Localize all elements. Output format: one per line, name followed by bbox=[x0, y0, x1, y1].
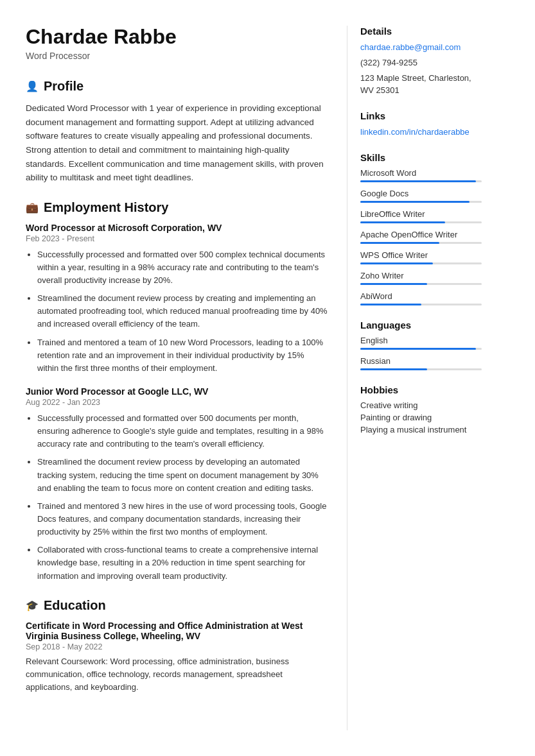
skill-bar-bg bbox=[360, 180, 482, 182]
skill-bar-fill bbox=[360, 262, 433, 264]
linkedin-link[interactable]: linkedin.com/in/chardaerabbe bbox=[360, 127, 469, 137]
job-title: Junior Word Processor at Google LLC, WV bbox=[26, 386, 328, 397]
skill-item: Apache OpenOffice Writer bbox=[360, 230, 482, 244]
email-link[interactable]: chardae.rabbe@gmail.com bbox=[360, 42, 460, 52]
job-entry: Junior Word Processor at Google LLC, WVA… bbox=[26, 386, 328, 583]
details-section: Details chardae.rabbe@gmail.com (322) 79… bbox=[360, 26, 482, 96]
skills-title: Skills bbox=[360, 152, 482, 163]
skill-item: WPS Office Writer bbox=[360, 250, 482, 264]
job-list: Word Processor at Microsoft Corporation,… bbox=[26, 223, 328, 583]
links-section: Links linkedin.com/in/chardaerabbe bbox=[360, 110, 482, 138]
languages-list: EnglishRussian bbox=[360, 336, 482, 370]
skill-name: Zoho Writer bbox=[360, 271, 482, 280]
skill-name: WPS Office Writer bbox=[360, 250, 482, 260]
right-column: Details chardae.rabbe@gmail.com (322) 79… bbox=[347, 26, 501, 730]
skill-item: Microsoft Word bbox=[360, 168, 482, 182]
skill-item: AbiWord bbox=[360, 291, 482, 305]
hobby-item: Painting or drawing bbox=[360, 413, 482, 422]
job-bullet: Successfully processed and formatted ove… bbox=[37, 412, 328, 451]
job-bullet: Trained and mentored a team of 10 new Wo… bbox=[37, 336, 328, 375]
job-bullet: Streamlined the document review process … bbox=[37, 292, 328, 331]
skill-name: Microsoft Word bbox=[360, 168, 482, 178]
job-bullet: Successfully processed and formatted ove… bbox=[37, 248, 328, 287]
employment-header: 💼 Employment History bbox=[26, 200, 328, 215]
language-bar-bg bbox=[360, 368, 482, 370]
job-bullets: Successfully processed and formatted ove… bbox=[26, 412, 328, 583]
employment-section: 💼 Employment History Word Processor at M… bbox=[26, 200, 328, 583]
language-bar-fill bbox=[360, 348, 476, 350]
hobby-item: Creative writing bbox=[360, 400, 482, 410]
edu-title: Certificate in Word Processing and Offic… bbox=[26, 621, 328, 641]
skill-bar-fill bbox=[360, 201, 469, 203]
language-bar-bg bbox=[360, 348, 482, 350]
left-column: Chardae Rabbe Word Processor 👤 Profile D… bbox=[0, 26, 347, 730]
language-bar-fill bbox=[360, 368, 427, 370]
language-name: English bbox=[360, 336, 482, 345]
education-header: 🎓 Education bbox=[26, 598, 328, 613]
skill-bar-bg bbox=[360, 304, 482, 305]
skill-bar-bg bbox=[360, 242, 482, 244]
skill-bar-fill bbox=[360, 221, 445, 223]
profile-icon: 👤 bbox=[26, 80, 39, 92]
job-date: Feb 2023 - Present bbox=[26, 234, 328, 243]
skill-item: Zoho Writer bbox=[360, 271, 482, 285]
hobbies-list: Creative writingPainting or drawingPlayi… bbox=[360, 400, 482, 434]
profile-title: Profile bbox=[44, 79, 83, 94]
job-title: Word Processor at Microsoft Corporation,… bbox=[26, 223, 328, 233]
links-title: Links bbox=[360, 110, 482, 121]
hobbies-section: Hobbies Creative writingPainting or draw… bbox=[360, 384, 482, 434]
details-address: 123 Maple Street, Charleston, WV 25301 bbox=[360, 73, 482, 96]
profile-section: 👤 Profile Dedicated Word Processor with … bbox=[26, 79, 328, 185]
skill-bar-bg bbox=[360, 201, 482, 203]
employment-title: Employment History bbox=[44, 200, 168, 215]
details-title: Details bbox=[360, 26, 482, 37]
profile-header: 👤 Profile bbox=[26, 79, 328, 94]
job-entry: Word Processor at Microsoft Corporation,… bbox=[26, 223, 328, 375]
header-section: Chardae Rabbe Word Processor bbox=[26, 26, 328, 61]
skill-name: Apache OpenOffice Writer bbox=[360, 230, 482, 239]
skill-item: Google Docs bbox=[360, 189, 482, 203]
job-bullet: Streamlined the document review process … bbox=[37, 456, 328, 494]
job-bullet: Collaborated with cross-functional teams… bbox=[37, 544, 328, 582]
education-icon: 🎓 bbox=[26, 599, 39, 612]
job-bullets: Successfully processed and formatted ove… bbox=[26, 248, 328, 375]
education-title: Education bbox=[44, 598, 106, 613]
skill-bar-fill bbox=[360, 304, 421, 305]
skills-list: Microsoft WordGoogle DocsLibreOffice Wri… bbox=[360, 168, 482, 305]
job-date: Aug 2022 - Jan 2023 bbox=[26, 398, 328, 407]
profile-text: Dedicated Word Processor with 1 year of … bbox=[26, 101, 328, 185]
skills-section: Skills Microsoft WordGoogle DocsLibreOff… bbox=[360, 152, 482, 305]
hobby-item: Playing a musical instrument bbox=[360, 425, 482, 434]
skill-name: AbiWord bbox=[360, 291, 482, 301]
edu-text: Relevant Coursework: Word processing, of… bbox=[26, 655, 328, 694]
education-section: 🎓 Education Certificate in Word Processi… bbox=[26, 598, 328, 694]
skill-bar-fill bbox=[360, 242, 439, 244]
skill-name: Google Docs bbox=[360, 189, 482, 198]
education-list: Certificate in Word Processing and Offic… bbox=[26, 621, 328, 694]
skill-bar-fill bbox=[360, 283, 427, 285]
employment-icon: 💼 bbox=[26, 202, 39, 214]
edu-entry: Certificate in Word Processing and Offic… bbox=[26, 621, 328, 694]
candidate-title: Word Processor bbox=[26, 51, 328, 61]
skill-name: LibreOffice Writer bbox=[360, 209, 482, 219]
hobbies-title: Hobbies bbox=[360, 384, 482, 395]
language-item: Russian bbox=[360, 356, 482, 370]
skill-bar-bg bbox=[360, 283, 482, 285]
details-email[interactable]: chardae.rabbe@gmail.com bbox=[360, 42, 482, 53]
skill-bar-bg bbox=[360, 262, 482, 264]
skill-item: LibreOffice Writer bbox=[360, 209, 482, 223]
resume-container: Chardae Rabbe Word Processor 👤 Profile D… bbox=[0, 0, 535, 756]
language-item: English bbox=[360, 336, 482, 350]
languages-section: Languages EnglishRussian bbox=[360, 320, 482, 370]
skill-bar-bg bbox=[360, 221, 482, 223]
job-bullet: Trained and mentored 3 new hires in the … bbox=[37, 500, 328, 538]
candidate-name: Chardae Rabbe bbox=[26, 26, 328, 48]
skill-bar-fill bbox=[360, 180, 476, 182]
details-phone: (322) 794-9255 bbox=[360, 57, 482, 69]
language-name: Russian bbox=[360, 356, 482, 366]
edu-date: Sep 2018 - May 2022 bbox=[26, 642, 328, 651]
linkedin-link-wrapper[interactable]: linkedin.com/in/chardaerabbe bbox=[360, 126, 482, 138]
languages-title: Languages bbox=[360, 320, 482, 331]
